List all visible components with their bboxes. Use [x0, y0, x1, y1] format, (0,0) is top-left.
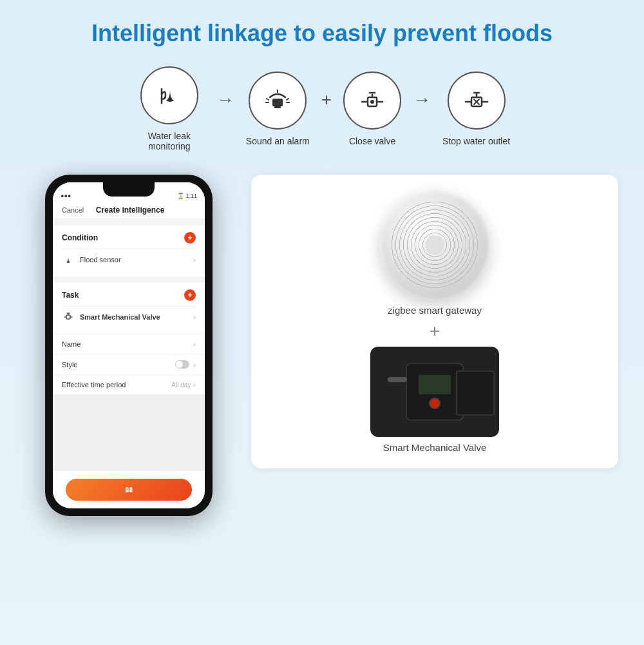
- flow-label-water-leak: Water leak monitoring: [134, 131, 205, 151]
- phone-name-label: Name: [62, 340, 80, 348]
- phone-valve-left: Smart Mechanical Valve: [62, 311, 160, 323]
- phone-condition-header: Condition +: [62, 232, 196, 244]
- right-panel: zigbee smart gateway + Smart Mechanical …: [251, 175, 618, 468]
- flow-label-alarm: Sound an alarm: [246, 136, 310, 146]
- svg-point-9: [370, 100, 374, 104]
- valve-arm: [388, 377, 407, 382]
- stop-circle: [448, 72, 506, 130]
- phone-condition-section: Condition + Flood sensor: [53, 226, 205, 276]
- phone-name-row[interactable]: Name ›: [53, 334, 205, 354]
- phone-valve-chevron: ›: [193, 313, 196, 321]
- flow-item-valve: Close valve: [343, 72, 401, 146]
- valve-circle: [343, 72, 401, 130]
- flow-item-alarm: Sound an alarm: [246, 72, 310, 146]
- phone-mockup: ●●● ⌛ 1:11 Cancel Create intelligence Co…: [45, 175, 213, 516]
- phone-task-header: Task +: [62, 289, 196, 301]
- flood-sensor-icon: [62, 253, 75, 266]
- bottom-section: ●●● ⌛ 1:11 Cancel Create intelligence Co…: [26, 175, 618, 516]
- phone-flood-sensor-left: Flood sensor: [62, 253, 121, 266]
- valve-body: [406, 363, 464, 421]
- arrow-2: →: [413, 90, 431, 110]
- phone-nav-title: Create intelligence: [96, 206, 165, 215]
- phone-name-chevron: ›: [193, 340, 196, 348]
- phone-style-row[interactable]: Style ›: [53, 354, 205, 374]
- phone-button-area: ណ: [53, 471, 205, 508]
- phone-task-add-button[interactable]: +: [184, 289, 196, 301]
- phone-time-chevron: ›: [193, 381, 196, 389]
- svg-rect-1: [272, 99, 283, 106]
- flow-section: Water leak monitoring → Sound an ala: [26, 66, 618, 151]
- gateway-center-circle: [425, 235, 444, 255]
- alarm-circle: [249, 72, 307, 130]
- valve-button: [429, 398, 440, 409]
- valve-row-icon: [62, 311, 75, 323]
- phone-flood-sensor-chevron: ›: [193, 256, 196, 264]
- plus-divider: +: [430, 322, 440, 340]
- phone-task-section: Task +: [53, 283, 205, 334]
- phone-condition-title: Condition: [62, 233, 98, 242]
- svg-rect-2: [274, 106, 281, 108]
- phone-container: ●●● ⌛ 1:11 Cancel Create intelligence Co…: [26, 175, 232, 516]
- stop-water-icon: [462, 86, 491, 115]
- valve-label: Smart Mechanical Valve: [383, 442, 487, 453]
- gateway-container: zigbee smart gateway: [380, 190, 489, 316]
- phone-save-button[interactable]: ណ: [66, 479, 192, 501]
- phone-notch: [103, 182, 155, 197]
- gateway-label: zigbee smart gateway: [388, 305, 482, 316]
- valve-extension: [456, 371, 495, 416]
- phone-nav-bar: Cancel Create intelligence: [53, 202, 205, 219]
- page-title: Intelligent linkage to easily prevent fl…: [26, 19, 618, 47]
- phone-time-label: Effective time period: [62, 381, 126, 389]
- phone-condition-add-button[interactable]: +: [184, 232, 196, 244]
- water-leak-icon: [155, 81, 184, 110]
- arrow-1: →: [216, 90, 234, 110]
- phone-time-row[interactable]: Effective time period All day ›: [53, 374, 205, 394]
- flow-item-water-leak: Water leak monitoring: [134, 66, 205, 151]
- svg-rect-21: [66, 315, 70, 319]
- alarm-icon: [263, 86, 292, 115]
- phone-signal: ●●●: [61, 193, 71, 199]
- phone-time: ⌛ 1:11: [177, 193, 197, 199]
- gateway-image: [380, 190, 489, 300]
- phone-valve-label: Smart Mechanical Valve: [80, 313, 160, 321]
- valve-image: [370, 347, 499, 437]
- phone-cancel-button[interactable]: Cancel: [62, 206, 84, 214]
- flow-label-valve: Close valve: [349, 136, 395, 146]
- phone-time-value: All day: [171, 381, 191, 389]
- close-valve-icon: [357, 86, 387, 115]
- phone-style-chevron: ›: [193, 361, 196, 369]
- phone-style-toggle[interactable]: [175, 360, 189, 369]
- phone-screen: ●●● ⌛ 1:11 Cancel Create intelligence Co…: [53, 182, 205, 508]
- plus-1: +: [321, 90, 332, 110]
- phone-valve-row[interactable]: Smart Mechanical Valve ›: [62, 306, 196, 327]
- svg-line-5: [287, 99, 289, 100]
- phone-flood-sensor-label: Flood sensor: [80, 256, 121, 264]
- valve-screen: [419, 375, 451, 394]
- water-leak-circle: [140, 66, 198, 124]
- flow-item-stop: Stop water outlet: [442, 72, 510, 146]
- svg-line-3: [267, 99, 269, 100]
- phone-flood-sensor-row[interactable]: Flood sensor ›: [62, 249, 196, 270]
- page: Intelligent linkage to easily prevent fl…: [0, 0, 644, 645]
- phone-task-title: Task: [62, 291, 79, 300]
- phone-style-label: Style: [62, 361, 77, 369]
- valve-container: Smart Mechanical Valve: [370, 347, 499, 453]
- flow-label-stop: Stop water outlet: [442, 136, 510, 146]
